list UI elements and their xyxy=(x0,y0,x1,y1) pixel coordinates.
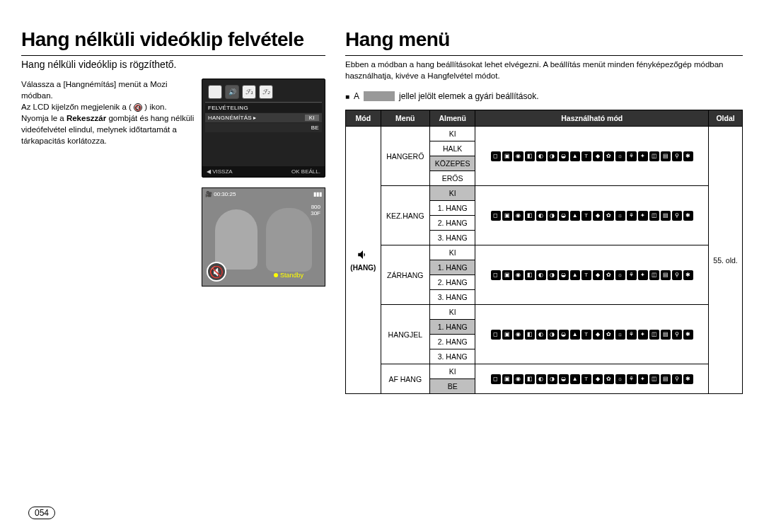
mode-icon: ☼ xyxy=(615,151,625,161)
mode-icon: ◉ xyxy=(514,270,523,280)
usable-modes-cell: ◻▣◉◧◐◑◒▲T◆✿☼⚘✦◫▤⚲✱ xyxy=(475,127,709,186)
mode-icon: ◻ xyxy=(491,270,501,280)
mode-icon: ◑ xyxy=(548,151,557,161)
mode-icon: ✦ xyxy=(638,211,648,221)
submenu-cell: BE xyxy=(429,379,475,394)
mode-icon: ◒ xyxy=(559,211,569,221)
mode-icon: ✿ xyxy=(604,330,614,340)
lcd-menu-screenshot: 🔊 ℱ₁ ℱ₂ FELVÉTELING HANGNÉMÍTÁS ▸ KI xyxy=(202,79,325,178)
mode-icon: ◧ xyxy=(525,374,535,384)
mode-icon: ◐ xyxy=(536,270,546,280)
col-mod: Mód xyxy=(346,110,381,127)
mode-icon: ◆ xyxy=(593,330,603,340)
mode-icon: ⚲ xyxy=(672,330,682,340)
table-row: HANGJELKI◻▣◉◧◐◑◒▲T◆✿☼⚘✦◫▤⚲✱ xyxy=(346,305,743,320)
submenu-cell: KI xyxy=(429,245,475,260)
speaker-icon xyxy=(355,248,371,261)
mode-icon: ▲ xyxy=(570,330,580,340)
table-row: KEZ.HANGKI◻▣◉◧◐◑◒▲T◆✿☼⚘✦◫▤⚲✱ xyxy=(346,186,743,201)
menu-label-cell: HANGERŐ xyxy=(381,127,429,186)
mode-icon: ▣ xyxy=(502,374,512,384)
mode-icon: ▤ xyxy=(661,270,671,280)
mode-icon: ▲ xyxy=(570,151,580,161)
mode-icon: ▤ xyxy=(661,151,671,161)
usable-modes-cell: ◻▣◉◧◐◑◒▲T◆✿☼⚘✦◫▤⚲✱ xyxy=(475,186,709,245)
submenu-cell: 3. HANG xyxy=(429,231,475,245)
mode-icon: ◻ xyxy=(491,374,501,384)
mode-icon: ◧ xyxy=(525,330,535,340)
mode-icon: ◫ xyxy=(649,151,659,161)
mode-icon: ◆ xyxy=(593,270,603,280)
mode-icon: ✿ xyxy=(604,211,614,221)
mode-icon: ◫ xyxy=(649,211,659,221)
mode-icon: ◫ xyxy=(649,374,659,384)
submenu-cell: KI xyxy=(429,305,475,320)
mode-icon: ◉ xyxy=(514,151,523,161)
mode-icon: ⚘ xyxy=(627,374,637,384)
mode-icon: T xyxy=(581,374,591,384)
lcd-row-mute: HANGNÉMÍTÁS ▸ KI xyxy=(205,113,322,122)
para3: Nyomja le a Rekeszzár gombját és hang né… xyxy=(21,112,195,146)
mode-icon: ✿ xyxy=(604,270,614,280)
mode-icon: ▲ xyxy=(570,374,580,384)
submenu-cell: ERŐS xyxy=(429,171,475,186)
tool2-icon: ℱ₂ xyxy=(259,85,273,99)
mode-icon: ◉ xyxy=(514,374,523,384)
para2: Az LCD kijelzőn megjelenik a ( 🔇 ) ikon. xyxy=(21,101,195,112)
menu-label-cell: ZÁRHANG xyxy=(381,245,429,305)
mode-icon: ◐ xyxy=(536,151,546,161)
col-oldal: Oldal xyxy=(709,110,743,127)
mode-icon: ⚲ xyxy=(672,270,682,280)
submenu-cell: 1. HANG xyxy=(429,320,475,335)
mode-icon: ✦ xyxy=(638,374,648,384)
battery-icon: ▮▮▮ xyxy=(313,191,322,197)
mode-icon: ✱ xyxy=(683,270,693,280)
mode-icon: ◧ xyxy=(525,270,535,280)
mode-icon: ▤ xyxy=(661,374,671,384)
mode-icon: ✱ xyxy=(683,374,693,384)
table-header-row: Mód Menü Almenü Használható mód Oldal xyxy=(346,110,743,127)
rec-time: 🎥 00:30:25 xyxy=(205,191,236,197)
bullet-icon: ■ xyxy=(345,93,349,100)
mode-icon: ◐ xyxy=(536,374,546,384)
mode-icon: T xyxy=(581,151,591,161)
submenu-cell: 1. HANG xyxy=(429,260,475,275)
table-row: ZÁRHANGKI◻▣◉◧◐◑◒▲T◆✿☼⚘✦◫▤⚲✱ xyxy=(346,245,743,260)
mode-icon: ◉ xyxy=(514,211,523,221)
mode-icon: ✱ xyxy=(683,330,693,340)
mode-icon: ◑ xyxy=(548,374,557,384)
mode-icon: ⚲ xyxy=(672,211,682,221)
mode-icon: ⚘ xyxy=(627,270,637,280)
col-almenu: Almenü xyxy=(429,110,475,127)
default-swatch xyxy=(364,91,395,101)
col-hasz: Használható mód xyxy=(475,110,709,127)
mode-icon: ◒ xyxy=(559,270,569,280)
mode-icon: ▣ xyxy=(502,330,512,340)
mode-icon: ◻ xyxy=(491,211,501,221)
mode-icon: ◒ xyxy=(559,374,569,384)
standby-indicator: Standby xyxy=(274,272,303,279)
lcd-menu-title: FELVÉTELING xyxy=(205,103,322,112)
submenu-cell: KI xyxy=(429,364,475,379)
fps-badge: 30F xyxy=(311,210,320,216)
mode-icon: ◆ xyxy=(593,211,603,221)
mode-icon: ✦ xyxy=(638,270,648,280)
mode-icon: ⚲ xyxy=(672,374,682,384)
usable-modes-cell: ◻▣◉◧◐◑◒▲T◆✿☼⚘✦◫▤⚲✱ xyxy=(475,364,709,394)
left-body-text: Válassza a [Hangnémítás] menüt a Mozi mó… xyxy=(21,79,195,287)
mode-icon: ◫ xyxy=(649,270,659,280)
mode-icon: ⚘ xyxy=(627,151,637,161)
mode-icon: ▲ xyxy=(570,211,580,221)
lcd-row-be: BE xyxy=(205,123,322,132)
mode-icon: ◒ xyxy=(559,330,569,340)
mode-icon: ◑ xyxy=(548,211,557,221)
table-row: (HANG)HANGERŐKI◻▣◉◧◐◑◒▲T◆✿☼⚘✦◫▤⚲✱55. old… xyxy=(346,127,743,141)
submenu-cell: HALK xyxy=(429,141,475,156)
video-preview-screenshot: 🎥 00:30:25 ▮▮▮ 800 30F Standby 🔇 xyxy=(202,187,325,287)
submenu-cell: 2. HANG xyxy=(429,335,475,349)
submenu-cell: KÖZEPES xyxy=(429,156,475,171)
sound-settings-table: Mód Menü Almenü Használható mód Oldal (H… xyxy=(345,110,743,394)
speaker-icon: 🔊 xyxy=(225,85,239,99)
mode-icon: ◉ xyxy=(514,330,523,340)
menu-label-cell: HANGJEL xyxy=(381,305,429,364)
